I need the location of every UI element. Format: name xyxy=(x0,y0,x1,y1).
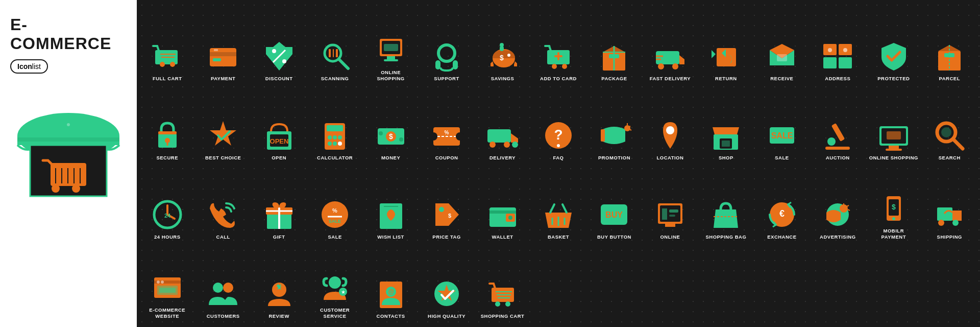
icon-cell-sale[interactable]: SALE SALE xyxy=(754,84,810,164)
icon-cell-coupon[interactable]: % COUPON xyxy=(419,84,474,164)
svg-rect-172 xyxy=(159,288,176,293)
icon-cell-shopping-bag[interactable]: SHOPPING BAG xyxy=(698,164,754,243)
icon-cell-sale2[interactable]: %SALE SALE xyxy=(307,164,362,243)
icon-cell-shop[interactable]: SHOP xyxy=(698,84,754,164)
icon-cell-high-quality[interactable]: HIGH QUALITY xyxy=(419,243,474,322)
svg-point-53 xyxy=(658,63,664,69)
icon-cell-gift[interactable]: GIFT xyxy=(251,164,307,243)
svg-text:€: € xyxy=(779,208,785,219)
icon-cell-faq[interactable]: ? FAQ xyxy=(530,84,586,164)
icon-cell-exchange[interactable]: € EXCHANCE xyxy=(754,164,810,243)
svg-rect-69 xyxy=(158,131,177,134)
icon-list-badge: Icon list xyxy=(10,59,48,74)
icon-cell-open[interactable]: OPEN OPEN xyxy=(251,84,307,164)
icon-cell-fast-delivery[interactable]: FAST DELIVERY xyxy=(642,5,698,84)
svg-rect-28 xyxy=(333,49,334,57)
icon-cell-best-choice[interactable]: BEST CHOICE xyxy=(195,84,251,164)
icon-cell-add-to-card[interactable]: ADD TO CARD xyxy=(530,5,586,84)
add-to-card-icon xyxy=(542,40,575,73)
icon-cell-basket[interactable]: BASKET xyxy=(530,164,586,243)
svg-point-35 xyxy=(438,45,455,61)
icon-cell-location[interactable]: LOCATION xyxy=(642,84,698,164)
svg-text:$: $ xyxy=(892,203,896,211)
wallet-icon xyxy=(486,198,519,231)
package-icon xyxy=(598,40,630,73)
icon-cell-search[interactable]: SEARCH xyxy=(922,84,977,164)
icon-cell-online[interactable]: ONLINE xyxy=(642,164,698,243)
icon-cell-package[interactable]: PACKAGE xyxy=(586,5,642,84)
svg-rect-51 xyxy=(609,54,619,58)
icon-cell-online-shopping2[interactable]: ONLINE SHOPPING xyxy=(866,84,921,164)
secure-label: SECURE xyxy=(156,155,178,160)
icon-cell-scanning[interactable]: SCANNING xyxy=(307,5,362,84)
icon-cell-address[interactable]: ADDRESS xyxy=(810,5,866,84)
icon-cell-mobile-payment[interactable]: $ MOBILRPAYMENT xyxy=(866,164,921,243)
address-icon xyxy=(821,40,854,73)
svg-point-175 xyxy=(272,283,286,297)
icon-cell-ecommerce-website[interactable]: E-COMMERCEWEBSITE xyxy=(139,243,195,322)
icon-cell-wallet[interactable]: WALLET xyxy=(475,164,530,243)
icon-cell-savings[interactable]: $ SAVINGS xyxy=(475,5,530,84)
svg-rect-27 xyxy=(329,49,331,57)
icon-cell-return[interactable]: RETURN xyxy=(698,5,754,84)
icon-cell-advertising[interactable]: ADVERTISING xyxy=(810,164,866,243)
exchange-icon: € xyxy=(766,198,798,231)
icon-cell-discount[interactable]: DISCOUNT xyxy=(251,5,307,84)
svg-rect-116 xyxy=(889,146,899,149)
icon-cell-receive[interactable]: RECEIVE xyxy=(754,5,810,84)
icon-cell-delivery[interactable]: DELIVERY xyxy=(475,84,530,164)
sidebar-title: E-COMMERCE xyxy=(10,15,127,53)
icon-cell-protected[interactable]: PROTECTED xyxy=(866,5,921,84)
icon-cell-24hours[interactable]: 24 24 HOURS xyxy=(139,164,195,243)
customers-label: CUSTOMERS xyxy=(207,313,240,319)
svg-rect-20 xyxy=(213,58,221,61)
icon-cell-online-shopping[interactable]: ONLINESHOPPING xyxy=(363,5,419,84)
svg-point-112 xyxy=(827,137,836,146)
24hours-label: 24 HOURS xyxy=(154,234,181,240)
icon-cell-payment[interactable]: PAYMENT xyxy=(195,5,251,84)
online-shopping-label: ONLINESHOPPING xyxy=(377,69,405,81)
svg-rect-76 xyxy=(327,125,343,131)
ecommerce-website-icon xyxy=(151,271,184,304)
svg-point-12 xyxy=(67,123,70,126)
icon-cell-shopping-cart[interactable]: SHOPPING CART xyxy=(475,243,530,322)
icon-cell-shipping[interactable]: SHIPPING xyxy=(922,164,977,243)
svg-point-169 xyxy=(157,281,160,284)
svg-point-176 xyxy=(329,276,341,289)
svg-text:★: ★ xyxy=(341,289,346,295)
icon-cell-call[interactable]: CALL xyxy=(195,164,251,243)
svg-rect-62 xyxy=(839,57,852,68)
icon-cell-review[interactable]: REVIEW xyxy=(251,243,307,322)
svg-text:$: $ xyxy=(389,132,393,141)
svg-point-77 xyxy=(328,135,332,139)
icon-cell-secure[interactable]: SECURE xyxy=(139,84,195,164)
shopping-cart-icon xyxy=(486,277,519,310)
svg-rect-18 xyxy=(210,48,236,66)
shipping-label: SHIPPING xyxy=(937,234,962,240)
svg-text:%: % xyxy=(332,207,337,214)
svg-text:@: @ xyxy=(388,288,394,295)
icon-cell-calculator[interactable]: CALCULATOR xyxy=(307,84,362,164)
icon-cell-full-cart[interactable]: FULL CART xyxy=(139,5,195,84)
icon-cell-customers[interactable]: CUSTOMERS xyxy=(195,243,251,322)
svg-rect-58 xyxy=(777,54,787,61)
icon-cell-promotion[interactable]: PROMOTION xyxy=(586,84,642,164)
icon-cell-contacts[interactable]: @ CONTACTS xyxy=(363,243,419,322)
shop-label: SHOP xyxy=(719,155,733,160)
icon-cell-money[interactable]: $ MONEY xyxy=(363,84,419,164)
svg-point-184 xyxy=(495,301,500,307)
add-to-card-label: ADD TO CARD xyxy=(540,76,577,81)
svg-rect-164 xyxy=(937,207,952,221)
icon-cell-buy-button[interactable]: BUY BUY BUTTON xyxy=(586,164,642,243)
icon-cell-wish-list[interactable]: WISH LIST xyxy=(363,164,419,243)
icon-cell-auction[interactable]: AUCTION xyxy=(810,84,866,164)
icon-cell-parcel[interactable]: PARCEL xyxy=(922,5,977,84)
full-cart-label: FULL CART xyxy=(153,76,182,81)
ecommerce-website-label: E-COMMERCEWEBSITE xyxy=(149,307,185,319)
icon-cell-price-tag[interactable]: $ PRICE TAG xyxy=(419,164,474,243)
icon-cell-support[interactable]: SUPPORT xyxy=(419,5,474,84)
full-cart-icon xyxy=(151,40,184,73)
svg-rect-29 xyxy=(336,49,338,57)
svg-rect-61 xyxy=(823,57,837,68)
icon-cell-customer-service[interactable]: ★ CUSTOMERSERVICE xyxy=(307,243,362,322)
